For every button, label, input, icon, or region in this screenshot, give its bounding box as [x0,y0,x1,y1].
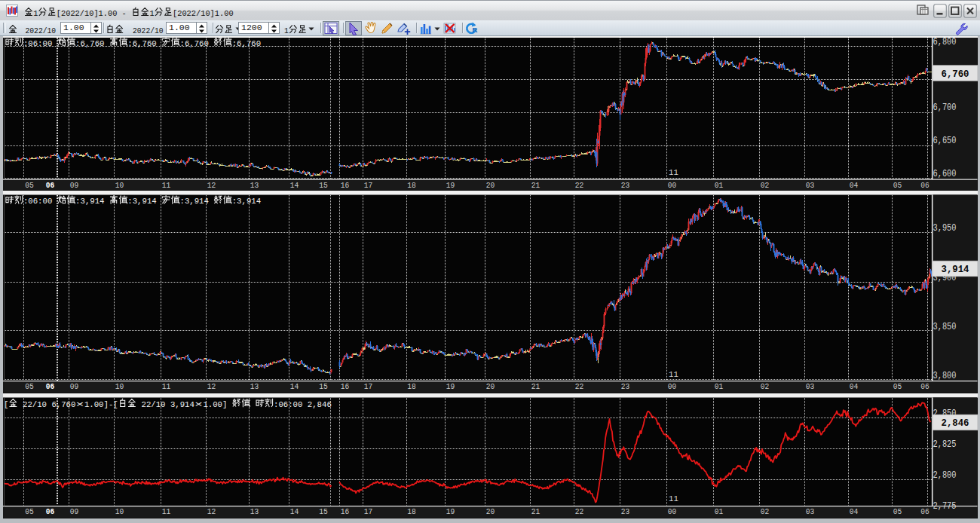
svg-text:1.00]-[: 1.00]-[ [84,399,118,409]
svg-text:2,800: 2,800 [933,470,957,481]
svg-text:14: 14 [290,506,299,516]
svg-text:03: 03 [806,506,815,516]
svg-text:13: 13 [250,506,259,516]
svg-text::06:00: :06:00 [274,399,302,409]
svg-text:10: 10 [115,506,124,516]
svg-text:6,760: 6,760 [51,399,75,409]
svg-text:[2022/10]1.00: [2022/10]1.00 [57,8,118,18]
svg-text:11: 11 [162,506,171,516]
svg-text:19: 19 [446,506,455,516]
svg-text:16: 16 [341,506,350,516]
svg-text:18: 18 [407,506,416,516]
svg-text:2,775: 2,775 [933,501,957,512]
svg-text:12: 12 [207,506,216,516]
svg-text:3,914: 3,914 [170,399,194,409]
svg-text:-: - [122,8,127,18]
svg-text:01: 01 [715,506,724,516]
svg-text:22/10: 22/10 [142,399,166,409]
svg-text:2,846: 2,846 [942,417,969,429]
svg-text:00: 00 [668,506,677,516]
svg-text:11: 11 [669,494,678,503]
svg-text:05: 05 [893,506,902,516]
svg-text:1.00]: 1.00] [203,399,227,409]
svg-text:×: × [194,399,203,409]
svg-text:R: R [473,26,478,34]
svg-text:[: [ [4,399,8,409]
svg-text:09: 09 [70,506,79,516]
svg-text:1: 1 [149,8,154,18]
svg-text:22: 22 [575,506,584,516]
svg-text:23: 23 [621,506,630,516]
svg-text:05: 05 [25,506,34,516]
svg-text:06: 06 [920,506,929,516]
svg-text:17: 17 [364,506,373,516]
svg-text:2,825: 2,825 [933,439,957,450]
svg-text:×: × [75,399,84,409]
svg-text:22/10: 22/10 [23,399,47,409]
svg-text:04: 04 [850,506,859,516]
svg-text:20: 20 [486,506,495,516]
svg-text:02: 02 [761,506,770,516]
svg-text:1: 1 [33,8,38,18]
svg-text:06: 06 [46,506,55,516]
svg-text:21: 21 [531,506,541,516]
svg-text:[2022/10]1.00: [2022/10]1.00 [173,8,234,18]
svg-text:15: 15 [319,506,328,516]
svg-text:2,846: 2,846 [308,399,332,409]
